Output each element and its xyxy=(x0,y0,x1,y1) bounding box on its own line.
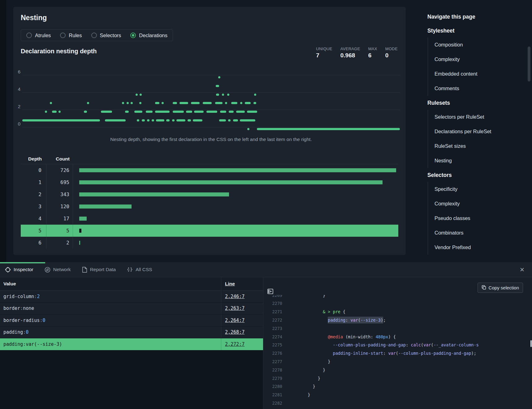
line-number: 2269 xyxy=(263,295,282,298)
scatter-segment-depth-1 xyxy=(137,119,140,121)
page-scrollbar-thumb[interactable] xyxy=(528,46,530,81)
copy-selection-button[interactable]: Copy selection xyxy=(478,283,523,293)
y-tick-label: 6 xyxy=(13,69,20,74)
line-link[interactable]: 2,268:7 xyxy=(225,329,244,335)
code-line-2274: 2274 @media (min-width: 480px) { xyxy=(263,332,532,341)
sidebar-item-composition[interactable]: Composition xyxy=(435,37,530,52)
tab-report-data[interactable]: Report Data xyxy=(82,267,116,273)
sidebar-item-declarations-per-ruleset[interactable]: Declarations per RuleSet xyxy=(435,124,530,139)
nesting-depth-scatter-chart: 6420 xyxy=(22,72,400,134)
code-token: } xyxy=(303,295,325,298)
colon: : xyxy=(23,341,26,347)
code-token: ; xyxy=(383,318,386,323)
copy-icon xyxy=(482,285,486,291)
scatter-segment-depth-2 xyxy=(236,111,245,113)
sidebar-item-nesting[interactable]: Nesting xyxy=(435,153,530,168)
scatter-segment-depth-1 xyxy=(176,119,185,121)
scatter-segment-depth-1 xyxy=(228,119,231,121)
close-icon[interactable]: ✕ xyxy=(520,262,525,277)
sidebar-item-selectors-per-ruleset[interactable]: Selectors per RuleSet xyxy=(435,110,530,124)
line-link[interactable]: 2,246:7 xyxy=(225,294,244,299)
inspector-row-border[interactable]: border: none2,263:7 xyxy=(0,303,263,315)
scatter-segment-depth-2 xyxy=(206,111,217,113)
sidebar-item-embedded-content[interactable]: Embedded content xyxy=(435,67,530,81)
tab-inspector[interactable]: Inspector xyxy=(5,267,33,273)
line-number: 2275 xyxy=(263,342,282,347)
depth-row-3[interactable]: 3120 xyxy=(21,200,398,213)
declaration-value: padding: var(--size-3) xyxy=(0,338,221,350)
sidebar-item-pseudo-classes[interactable]: Pseudo classes xyxy=(435,211,530,226)
value-line-table: Value Line grid-column: 22,246:7border: … xyxy=(0,277,263,409)
inspector-row-padding[interactable]: padding: var(--size-3)2,272:7 xyxy=(0,338,263,350)
sidebar-item-comments[interactable]: Comments xyxy=(435,81,530,96)
code-token: ( xyxy=(421,342,423,347)
inspector-row-grid-column[interactable]: grid-column: 22,246:7 xyxy=(0,291,263,303)
tab-label: Report Data xyxy=(90,267,116,272)
inspector-row-padding[interactable]: padding: 02,268:7 xyxy=(0,327,263,339)
radio-icon xyxy=(60,33,66,38)
scatter-segment-depth-1 xyxy=(188,119,191,121)
scatter-segment-depth-2 xyxy=(173,111,184,113)
stat-value: 0 xyxy=(385,52,398,59)
count-cell: 695 xyxy=(46,176,73,188)
code-token: ( xyxy=(396,351,398,356)
depth-row-2[interactable]: 2343 xyxy=(21,188,398,200)
sidebar-item-complexity[interactable]: Complexity xyxy=(435,196,530,211)
inspector-tab-bar: InspectorNetworkReport DataAll CSS ✕ xyxy=(0,262,532,277)
tab-network[interactable]: Network xyxy=(45,267,71,273)
colon: : xyxy=(34,294,37,299)
depth-cell: 6 xyxy=(21,237,46,249)
radio-icon xyxy=(91,33,97,38)
line-link[interactable]: 2,264:7 xyxy=(225,318,244,323)
sidebar-item-combinators[interactable]: Combinators xyxy=(435,226,530,240)
line-link[interactable]: 2,263:7 xyxy=(225,306,244,311)
depth-row-5[interactable]: 55 xyxy=(21,225,398,237)
inspector-row-border-radius[interactable]: border-radius: 02,264:7 xyxy=(0,314,263,327)
code-line-2273: 2273 xyxy=(263,324,532,332)
colon: : xyxy=(20,306,23,311)
stat-max: MAX6 xyxy=(368,46,377,59)
count-bar xyxy=(79,217,87,221)
tab-all-css[interactable]: All CSS xyxy=(127,267,152,273)
panel-open-icon[interactable] xyxy=(266,288,274,295)
depth-row-0[interactable]: 0726 xyxy=(21,164,398,176)
line-link[interactable]: 2,272:7 xyxy=(225,341,244,347)
count-cell: 5 xyxy=(46,225,73,237)
scatter-segment-depth-1 xyxy=(152,119,154,121)
bar-cell xyxy=(73,176,398,188)
scatter-segment-depth-3 xyxy=(225,102,227,104)
nav-list-rulesets: Selectors per RuleSetDeclarations per Ru… xyxy=(428,110,530,168)
scatter-segment-depth-3 xyxy=(87,102,89,104)
line-number: 2280 xyxy=(263,384,282,389)
line-column-header[interactable]: Line xyxy=(221,277,263,290)
scatter-segment-depth-3 xyxy=(245,102,251,104)
scatter-segment-depth-2 xyxy=(146,111,153,113)
property-name: padding xyxy=(3,329,23,335)
declaration-value: grid-column: 2 xyxy=(0,291,221,302)
radio-option-rules[interactable]: Rules xyxy=(60,33,82,38)
radio-label: Rules xyxy=(69,33,82,38)
scatter-segment-depth-4 xyxy=(222,94,224,96)
copy-selection-label: Copy selection xyxy=(489,285,519,290)
property-value: none xyxy=(23,306,34,311)
code-text: } xyxy=(303,392,310,397)
bar-cell xyxy=(73,164,398,176)
property-value: 0 xyxy=(42,318,45,323)
count-cell: 343 xyxy=(46,188,73,200)
sidebar-item-complexity[interactable]: Complexity xyxy=(435,52,530,67)
y-tick-label: 0 xyxy=(13,121,20,126)
sidebar-item-ruleset-sizes[interactable]: RuleSet sizes xyxy=(435,139,530,153)
sidebar-item-vendor-prefixed[interactable]: Vendor Prefixed xyxy=(435,240,530,255)
radio-option-selectors[interactable]: Selectors xyxy=(91,33,121,38)
depth-row-4[interactable]: 417 xyxy=(21,213,398,225)
code-line-2272: 2272 padding: var(--size-3); xyxy=(263,316,532,324)
depth-row-6[interactable]: 62 xyxy=(21,237,398,249)
selected-code-token: ( xyxy=(358,317,361,323)
property-name: padding xyxy=(3,341,23,347)
sidebar-item-specificity[interactable]: Specificity xyxy=(435,182,530,196)
scatter-segment-depth-3 xyxy=(203,102,212,104)
depth-row-1[interactable]: 1695 xyxy=(21,176,398,188)
code-token: var xyxy=(423,342,431,347)
radio-option-atrules[interactable]: Atrules xyxy=(26,33,51,38)
radio-option-declarations[interactable]: Declarations xyxy=(130,33,167,38)
